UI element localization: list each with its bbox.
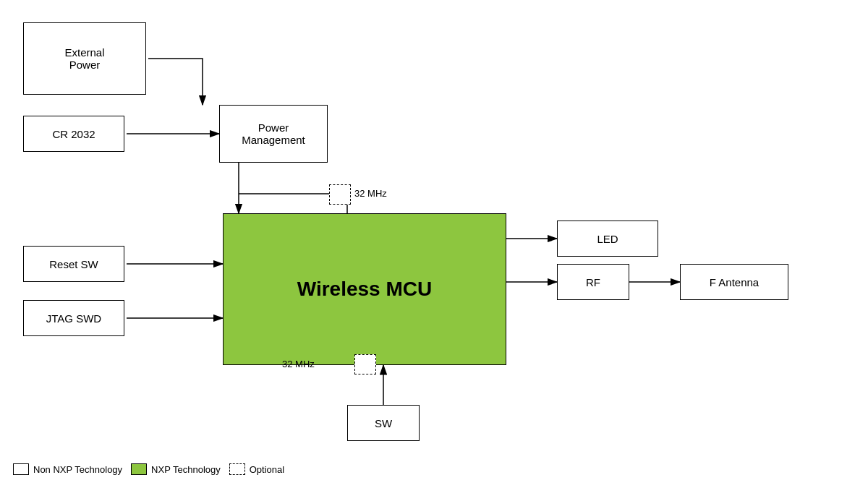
- jtag-swd-label: JTAG SWD: [46, 312, 101, 325]
- sw-bottom-label: SW: [375, 417, 392, 429]
- f-antenna-box: F Antenna: [680, 264, 788, 300]
- legend-optional: Optional: [229, 463, 284, 475]
- crystal-bottom-box: [354, 354, 376, 374]
- led-box: LED: [557, 221, 658, 257]
- crystal-bottom-label: 32 MHz: [282, 359, 315, 369]
- legend-non-nxp-icon: [13, 463, 29, 475]
- legend-non-nxp-label: Non NXP Technology: [33, 464, 122, 475]
- reset-sw-label: Reset SW: [49, 258, 98, 270]
- legend-nxp: NXP Technology: [131, 463, 221, 475]
- reset-sw-box: Reset SW: [23, 246, 124, 282]
- sw-bottom-box: SW: [347, 405, 420, 441]
- legend-nxp-icon: [131, 463, 147, 475]
- power-mgmt-label: Power Management: [242, 121, 305, 146]
- external-power-label: External Power: [64, 46, 104, 71]
- legend: Non NXP Technology NXP Technology Option…: [13, 463, 284, 475]
- f-antenna-label: F Antenna: [710, 276, 759, 288]
- wireless-mcu-box: Wireless MCU: [223, 213, 506, 365]
- external-power-box: External Power: [23, 22, 146, 95]
- legend-non-nxp: Non NXP Technology: [13, 463, 122, 475]
- led-label: LED: [597, 233, 618, 245]
- rf-label: RF: [586, 276, 600, 288]
- crystal-top-label: 32 MHz: [354, 188, 387, 199]
- rf-box: RF: [557, 264, 629, 300]
- wireless-mcu-label: Wireless MCU: [297, 278, 432, 301]
- block-diagram: External Power CR 2032 Power Management …: [0, 0, 868, 488]
- cr2032-box: CR 2032: [23, 116, 124, 152]
- cr2032-label: CR 2032: [52, 128, 95, 140]
- legend-optional-icon: [229, 463, 245, 475]
- legend-nxp-label: NXP Technology: [151, 464, 221, 475]
- power-mgmt-box: Power Management: [219, 105, 328, 163]
- jtag-swd-box: JTAG SWD: [23, 300, 124, 336]
- crystal-top-box: [329, 184, 351, 205]
- legend-optional-label: Optional: [250, 464, 284, 475]
